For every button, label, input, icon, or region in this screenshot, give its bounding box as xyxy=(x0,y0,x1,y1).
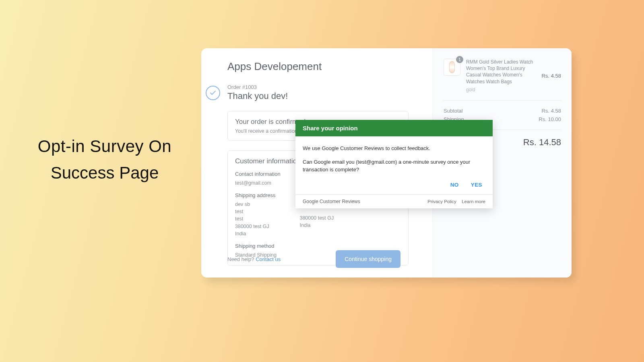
survey-question-text: Can Google email you (test@gmail.com) a … xyxy=(303,158,485,174)
subtotal-label: Subtotal xyxy=(444,108,463,114)
product-price: Rs. 4.58 xyxy=(542,73,561,79)
watch-icon xyxy=(449,61,455,73)
learn-more-link[interactable]: Learn more xyxy=(462,199,485,204)
shipping-address-value: dev sb test test 380000 test GJ India xyxy=(235,201,275,237)
opt-in-survey-modal: Share your opinion We use Google Custome… xyxy=(295,120,493,208)
survey-intro-text: We use Google Customer Reviews to collec… xyxy=(303,144,485,152)
billing-address-value: 380000 test GJ India xyxy=(299,214,334,229)
survey-no-button[interactable]: NO xyxy=(450,182,459,188)
line-item: 1 RMM Gold Silver Ladies Watch Women's T… xyxy=(444,59,561,93)
caption-line-2: Success Page xyxy=(28,163,181,183)
shipping-method-label: Shipping method xyxy=(235,243,401,249)
quantity-badge: 1 xyxy=(456,56,463,63)
contact-us-link[interactable]: Contact us xyxy=(256,256,281,262)
shipping-address-label: Shipping address xyxy=(235,192,275,198)
privacy-policy-link[interactable]: Privacy Policy xyxy=(427,199,456,204)
product-thumbnail: 1 xyxy=(444,59,460,76)
product-title: RMM Gold Silver Ladies Watch Women's Top… xyxy=(466,59,536,85)
caption-line-1: Opt-in Survey On xyxy=(28,137,181,156)
survey-header: Share your opinion xyxy=(295,120,493,136)
survey-yes-button[interactable]: YES xyxy=(471,182,482,188)
product-variant: gold xyxy=(466,86,536,93)
need-help-text: Need help? Contact us xyxy=(227,256,281,262)
footer-row: Need help? Contact us Continue shopping xyxy=(227,250,400,268)
thank-you-row: Order #1003 Thank you dev! xyxy=(206,84,409,101)
promo-caption: Opt-in Survey On Success Page xyxy=(28,137,181,183)
checkmark-icon xyxy=(206,86,220,100)
survey-brand: Google Customer Reviews xyxy=(303,199,360,204)
subtotal-value: Rs. 4.58 xyxy=(542,108,561,114)
total-value: Rs. 14.58 xyxy=(523,137,561,148)
shipping-value: Rs. 10.00 xyxy=(539,116,561,122)
store-name: Apps Developement xyxy=(227,60,409,73)
thank-you-text: Thank you dev! xyxy=(227,91,288,101)
continue-shopping-button[interactable]: Continue shopping xyxy=(336,250,400,268)
order-number: Order #1003 xyxy=(227,84,288,90)
